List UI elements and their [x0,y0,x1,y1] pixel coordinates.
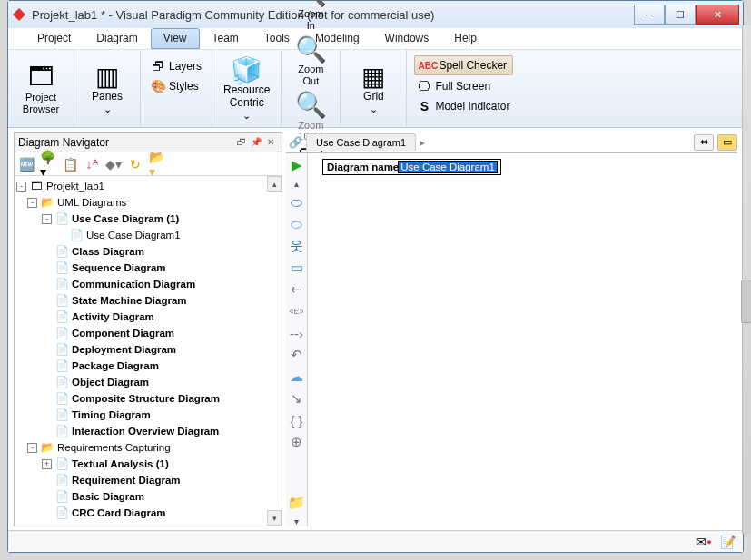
layers-icon: 🗗 [151,59,165,74]
model-indicator-icon: S [417,99,431,113]
menu-windows[interactable]: Windows [372,28,442,49]
minimize-button[interactable]: ─ [634,5,665,25]
scroll-up-icon[interactable]: ▴ [267,176,282,192]
window-resize-grip[interactable] [742,25,751,534]
app-window: Projekt_lab1 * - Visual Paradigm Communi… [7,0,744,553]
filter-icon[interactable]: 📋 [62,156,78,172]
sub-use-case-icon[interactable]: ⬭ [289,216,305,232]
panel-toolbar: 🆕 🌳▾ 📋 ↓ᴬ ◆▾ ↻ 📂▾ [15,152,282,176]
tree-options-icon[interactable]: 🌳▾ [40,156,56,172]
spell-checker-button[interactable]: ABC Spell Checker [414,55,513,75]
menu-view[interactable]: View [151,28,200,49]
tree-item[interactable]: +📄Textual Analysis (1) [15,456,282,472]
model-indicator-button[interactable]: S Model Indicator [414,97,512,115]
panel-restore-icon[interactable]: 🗗 [234,135,249,150]
close-button[interactable]: ✕ [696,5,739,25]
tree-item[interactable]: 📄CRC Card Diagram [15,505,282,521]
full-screen-button[interactable]: 🖵 Full Screen [414,77,493,95]
tree-item[interactable]: 📄Sequence Diagram [15,260,282,276]
tree-item[interactable]: 📄Communication Diagram [15,276,282,292]
diagram-name-editor[interactable]: Diagram name Use Case Diagram1 [322,159,501,175]
connector-tool-icon[interactable]: ⊕ [289,434,305,450]
panel-pin-icon[interactable]: 📌 [249,135,263,150]
resource-centric-button[interactable]: 🧊 ResourceCentric⌄ [220,54,273,123]
system-tool-icon[interactable]: ▭ [289,260,305,276]
tree-item[interactable]: -📂UML Diagrams [15,194,282,211]
zoom-in-button[interactable]: 🔍 ZoomIn [285,0,336,33]
tree-item[interactable]: 📄Requirement Diagram [15,472,282,488]
spell-checker-icon: ABC [420,58,435,73]
full-screen-icon: 🖵 [417,79,431,93]
presentation-button[interactable]: ▭ [717,134,737,151]
scrollbar[interactable]: ▴ ▾ [267,176,282,526]
zoom-out-button[interactable]: 🔍 ZoomOut [285,33,336,88]
use-case-tool-icon[interactable]: ⬭ [289,194,305,211]
diagram-name-label: Diagram name [327,162,399,172]
palette-folder-icon[interactable]: 📁 [289,495,305,511]
tree-item[interactable]: 📄Composite Structure Diagram [15,390,282,407]
new-diagram-icon[interactable]: 🆕 [18,156,35,172]
tree-item[interactable]: 📄Timing Diagram [15,407,282,423]
grid-button[interactable]: ▦ Grid⌄ [348,60,399,116]
tree-item[interactable]: 📄Class Diagram [15,243,282,260]
palette-down-icon[interactable]: ▾ [294,516,299,526]
diagram-tree[interactable]: -🗔Projekt_lab1 -📂UML Diagrams-📄Use Case … [15,176,282,526]
tab-use-case-diagram1[interactable]: Use Case Diagram1 [306,133,416,151]
editor-area: 🔗 Use Case Diagram1 ▸ ⬌ ▭ ▶ ▴ ⬭ ⬭ 웃 ▭ ⇠ … [286,132,737,526]
project-browser-button[interactable]: 🗔 ProjectBrowser [15,61,66,116]
status-bar: ✉● 📝 [8,530,743,552]
menu-help[interactable]: Help [441,28,489,49]
menu-bar: ProjectDiagramViewTeamToolsModelingWindo… [8,28,743,50]
fit-width-button[interactable]: ⬌ [694,134,714,151]
grid-icon: ▦ [359,62,388,91]
tree-item[interactable]: -📂Requirements Capturing [15,439,282,456]
panes-button[interactable]: ▥ Panes⌄ [82,60,133,116]
menu-project[interactable]: Project [25,28,84,49]
styles-button[interactable]: 🎨 Styles [148,77,202,95]
note-tool-icon[interactable]: ☁ [289,368,305,385]
anchor-tool-icon[interactable]: ↘ [289,390,305,407]
zoom-in-icon: 🔍 [296,0,325,8]
tree-item[interactable]: 📄Use Case Diagram1 [15,227,282,243]
tree-root[interactable]: -🗔Projekt_lab1 [15,178,282,194]
sort-icon[interactable]: ↓ᴬ [84,156,100,172]
actor-tool-icon[interactable]: 웃 [289,238,305,254]
note-edit-icon[interactable]: 📝 [719,535,736,549]
collapse-icon[interactable]: ◆▾ [105,156,122,172]
panel-close-icon[interactable]: ✕ [263,135,278,150]
styles-icon: 🎨 [151,79,165,93]
diagram-name-input[interactable]: Use Case Diagram1 [399,162,497,172]
mail-icon[interactable]: ✉● [696,535,712,549]
zoom-100-icon: 🔍 [296,91,325,120]
tree-item[interactable]: 📄Interaction Overview Diagram [15,423,282,439]
link-icon[interactable]: 🔗 [288,135,302,150]
title-bar: Projekt_lab1 * - Visual Paradigm Communi… [8,1,743,28]
tree-item[interactable]: -📄Use Case Diagram (1) [15,211,282,227]
association-tool-icon[interactable]: ⇠ [289,281,305,298]
layers-button[interactable]: 🗗 Layers [148,57,204,75]
tree-item[interactable]: 📄Object Diagram [15,374,282,390]
maximize-button[interactable]: ☐ [665,5,696,25]
tree-item[interactable]: 📄Package Diagram [15,358,282,374]
refresh-icon[interactable]: ↻ [127,156,143,172]
panel-title: Diagram Navigator [18,136,109,149]
open-folder-icon[interactable]: 📂▾ [149,156,165,172]
menu-diagram[interactable]: Diagram [84,28,150,49]
tree-item[interactable]: 📄Deployment Diagram [15,341,282,358]
canvas-wrap: ▶ ▴ ⬭ ⬭ 웃 ▭ ⇠ «E» --› ↶ ☁ ↘ { } ⊕ 📁 ▾ [286,153,737,526]
scroll-down-icon[interactable]: ▾ [267,510,282,526]
constraint-tool-icon[interactable]: { } [289,412,305,428]
menu-team[interactable]: Team [200,28,252,49]
svg-marker-0 [13,8,25,21]
diagram-canvas[interactable]: Diagram name Use Case Diagram1 [308,153,737,526]
tree-item[interactable]: 📄Component Diagram [15,325,282,341]
tree-item[interactable]: 📄Basic Diagram [15,488,282,505]
tree-item[interactable]: 📄Activity Diagram [15,309,282,325]
dependency-tool-icon[interactable]: --› [289,325,305,341]
cursor-tool-icon[interactable]: ▶ [289,157,305,173]
include-tool-icon[interactable]: ↶ [289,347,305,363]
palette-up-icon[interactable]: ▴ [294,179,299,189]
body: Diagram Navigator 🗗 📌 ✕ 🆕 🌳▾ 📋 ↓ᴬ ◆▾ ↻ 📂… [8,128,743,530]
extend-tool-icon[interactable]: «E» [289,303,305,319]
tree-item[interactable]: 📄State Machine Diagram [15,292,282,309]
